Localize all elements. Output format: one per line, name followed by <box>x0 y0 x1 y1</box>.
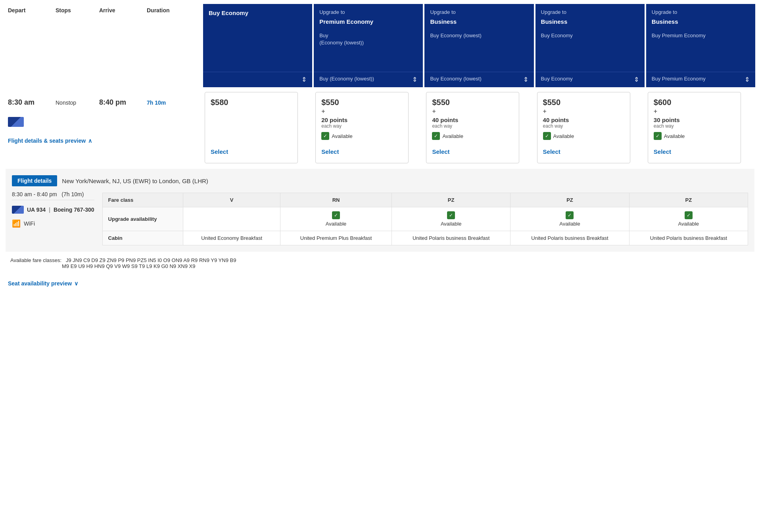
option-dropdown-1[interactable]: Buy (Economy (lowest)) <box>319 75 374 84</box>
fare-class-rn: RN <box>280 193 392 207</box>
cabin-pz2: United Polaris business Breakfast <box>511 231 629 245</box>
fare-class-header: Fare class <box>102 193 183 207</box>
check-icon-3: ✓ <box>543 132 551 140</box>
option-subtitle-1: Buy(Economy (lowest)) <box>319 32 417 46</box>
option-header-4: Upgrade to Business Buy Premium Economy … <box>646 4 755 87</box>
option-upgrade-label-1: Upgrade to <box>319 9 417 16</box>
upgrade-label: Upgrade availability <box>102 207 183 231</box>
flight-duration: 7h 10m <box>147 100 194 106</box>
select-button-1[interactable]: Select <box>321 146 403 157</box>
option-subtitle-3: Buy Economy <box>541 32 639 39</box>
upgrade-pz3: ✓ Available <box>629 207 748 231</box>
upgrade-avail-rn: Available <box>326 221 347 227</box>
pricing-card-3: $550 + 40 points each way ✓ Available Se… <box>537 92 630 163</box>
available-row-3: ✓ Available <box>543 132 624 140</box>
option-dropdown-arrow-4[interactable]: ⇕ <box>745 75 750 84</box>
option-header-3: Upgrade to Business Buy Economy Buy Econ… <box>535 4 645 87</box>
flight-details-section: Flight details New York/Newark, NJ, US (… <box>6 169 754 252</box>
cabin-pz1: United Polaris business Breakfast <box>392 231 511 245</box>
fare-class-pz1: PZ <box>392 193 511 207</box>
option-dropdown-3[interactable]: Buy Economy <box>541 75 573 84</box>
flight-details-link[interactable]: Flight details & seats preview ∧ <box>8 134 198 147</box>
flight-details-number: UA 934 | Boeing 767-300 <box>12 203 94 217</box>
upgrade-rn: ✓ Available <box>280 207 392 231</box>
upgrade-check-rn: ✓ <box>332 211 340 219</box>
option-title-1: Premium Economy <box>319 17 417 26</box>
option-header-0: Buy Economy ⇕ <box>203 4 312 87</box>
price-2: $550 <box>432 98 513 107</box>
option-upgrade-label-2: Upgrade to <box>430 9 528 16</box>
stops-label: Stops <box>56 7 99 13</box>
price-4: $600 <box>654 98 735 107</box>
available-row-2: ✓ Available <box>432 132 513 140</box>
flight-arrive: 8:40 pm <box>99 98 147 107</box>
fare-class-pz2: PZ <box>511 193 629 207</box>
option-dropdown-4[interactable]: Buy Premium Economy <box>652 75 706 84</box>
option-title-4: Business <box>652 17 750 26</box>
option-header-1: Upgrade to Premium Economy Buy(Economy (… <box>314 4 423 87</box>
airline-logo-details <box>12 206 24 214</box>
option-dropdown-arrow-1[interactable]: ⇕ <box>412 75 417 84</box>
table-row-upgrade: Upgrade availability ✓ Available ✓ <box>102 207 748 231</box>
available-label-2: Available <box>442 133 463 139</box>
flight-depart: 8:30 am <box>8 98 56 107</box>
price-0: $580 <box>211 98 292 107</box>
price-1: $550 <box>321 98 403 107</box>
points-3: 40 points <box>543 117 624 123</box>
pricing-card-0: $580 Select <box>205 92 298 163</box>
select-button-3[interactable]: Select <box>543 146 624 157</box>
upgrade-check-pz1: ✓ <box>447 211 455 219</box>
chevron-up-icon: ∧ <box>88 138 92 144</box>
check-icon-2: ✓ <box>432 132 440 140</box>
option-header-2: Upgrade to Business Buy Economy (lowest)… <box>424 4 534 87</box>
available-label-3: Available <box>553 133 574 139</box>
option-upgrade-label-4: Upgrade to <box>652 9 750 16</box>
available-label-4: Available <box>664 133 685 139</box>
fare-classes-row2: M9 E9 U9 H9 HN9 Q9 V9 W9 S9 T9 L9 K9 G0 … <box>62 263 195 269</box>
points-1: 20 points <box>321 117 403 123</box>
fare-table: Fare class V RN PZ PZ PZ Upgrade availab… <box>102 193 748 245</box>
option-dropdown-arrow-2[interactable]: ⇕ <box>523 75 528 84</box>
fare-class-v: V <box>183 193 280 207</box>
option-title-2: Business <box>430 17 528 26</box>
pricing-card-2: $550 + 40 points each way ✓ Available Se… <box>426 92 519 163</box>
pricing-card-4: $600 + 30 points each way ✓ Available Se… <box>648 92 741 163</box>
pricing-card-1: $550 + 20 points each way ✓ Available Se… <box>315 92 409 163</box>
each-way-1: each way <box>321 123 403 129</box>
wifi-row: 📶 WiFi <box>12 219 94 228</box>
available-row-4: ✓ Available <box>654 132 735 140</box>
option-upgrade-label-3: Upgrade to <box>541 9 639 16</box>
fare-classes-section: Available fare classes: J9 JN9 C9 D9 Z9 … <box>4 252 756 275</box>
upgrade-avail-pz3: Available <box>678 221 699 227</box>
cabin-rn: United Premium Plus Breakfast <box>280 231 392 245</box>
seat-availability-link[interactable]: Seat availability preview ∨ <box>8 276 752 291</box>
wifi-icon: 📶 <box>12 219 21 228</box>
option-title-0: Buy Economy <box>209 9 307 17</box>
upgrade-pz1: ✓ Available <box>392 207 511 231</box>
option-dropdown-2[interactable]: Buy Economy (lowest) <box>430 75 481 84</box>
chevron-down-icon: ∨ <box>74 280 78 287</box>
option-subtitle-2: Buy Economy (lowest) <box>430 32 528 39</box>
each-way-4: each way <box>654 123 735 129</box>
select-button-4[interactable]: Select <box>654 146 735 157</box>
upgrade-v <box>183 207 280 231</box>
each-way-3: each way <box>543 123 624 129</box>
check-icon-1: ✓ <box>321 132 329 140</box>
select-button-2[interactable]: Select <box>432 146 513 157</box>
check-icon-4: ✓ <box>654 132 662 140</box>
cabin-label: Cabin <box>102 231 183 245</box>
upgrade-avail-pz1: Available <box>441 221 462 227</box>
points-2: 40 points <box>432 117 513 123</box>
each-way-2: each way <box>432 123 513 129</box>
option-dropdown-arrow-3[interactable]: ⇕ <box>634 75 639 84</box>
option-subtitle-4: Buy Premium Economy <box>652 32 750 39</box>
select-button-0[interactable]: Select <box>211 146 292 157</box>
fare-classes-label: Available fare classes: <box>10 257 61 263</box>
upgrade-check-pz2: ✓ <box>566 211 574 219</box>
option-dropdown-arrow-0[interactable]: ⇕ <box>301 75 307 84</box>
fare-class-pz3: PZ <box>629 193 748 207</box>
flight-details-tab[interactable]: Flight details <box>12 175 57 186</box>
available-label-1: Available <box>332 133 353 139</box>
upgrade-check-pz3: ✓ <box>685 211 693 219</box>
upgrade-pz2: ✓ Available <box>511 207 629 231</box>
